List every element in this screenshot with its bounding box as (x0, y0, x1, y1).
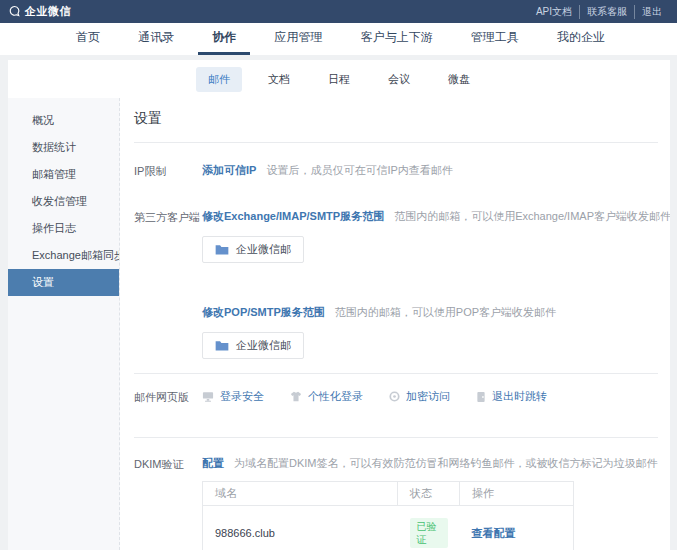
nav-my-company[interactable]: 我的企业 (543, 23, 619, 55)
ip-restriction-section: IP限制 添加可信IP 设置后，成员仅可在可信IP内查看邮件 (134, 163, 658, 179)
subtab-mail[interactable]: 邮件 (196, 67, 242, 92)
scope-tag-label: 企业微信邮 (236, 242, 291, 257)
api-docs-link[interactable]: API文档 (529, 5, 580, 19)
card-body: 概况 数据统计 邮箱管理 收发信管理 操作日志 Exchange邮箱同步 设置 … (8, 98, 670, 550)
logo: 企业微信 (8, 4, 71, 19)
edit-pop-smtp-link[interactable]: 修改POP/SMTP服务范围 (202, 305, 325, 320)
sidebar-item-operation-log[interactable]: 操作日志 (8, 215, 119, 242)
ip-restriction-desc: 设置后，成员仅可在可信IP内查看邮件 (266, 163, 452, 178)
contact-support-link[interactable]: 联系客服 (580, 5, 635, 19)
column-header-status: 状态 (398, 482, 460, 506)
pop-smtp-block: 修改POP/SMTP服务范围 范围内的邮箱，可以使用POP客户端收发邮件 企业微… (202, 305, 658, 359)
topbar-links: API文档 联系客服 退出 (529, 5, 669, 19)
tshirt-icon (290, 391, 302, 402)
topbar: 企业微信 API文档 联系客服 退出 (0, 0, 677, 23)
edit-exchange-imap-smtp-link[interactable]: 修改Exchange/IMAP/SMTP服务范围 (202, 209, 384, 224)
dkim-section: DKIM验证 配置 为域名配置DKIM签名，可以有效防范仿冒和网络钓鱼邮件，或被… (134, 437, 658, 550)
content-card: 邮件 文档 日程 会议 微盘 概况 数据统计 邮箱管理 收发信管理 操作日志 E… (8, 60, 670, 550)
scope-tag-pop[interactable]: 企业微信邮 (202, 332, 304, 359)
nav-collaboration[interactable]: 协作 (198, 23, 250, 55)
section-label: 第三方客户端 (134, 209, 202, 359)
dkim-domain-table: 域名 状态 操作 988666.club 已验证 查看配置 (202, 481, 574, 550)
login-security-link[interactable]: 登录安全 (202, 389, 264, 404)
exchange-imap-smtp-block: 修改Exchange/IMAP/SMTP服务范围 范围内的邮箱，可以使用Exch… (202, 209, 658, 263)
subtab-calendar[interactable]: 日程 (316, 67, 362, 92)
logout-redirect-link[interactable]: 退出时跳转 (476, 389, 547, 404)
nav-admin-tools[interactable]: 管理工具 (457, 23, 533, 55)
app-title: 企业微信 (25, 4, 71, 19)
sidebar: 概况 数据统计 邮箱管理 收发信管理 操作日志 Exchange邮箱同步 设置 (8, 98, 120, 550)
monitor-icon (202, 391, 214, 402)
sidebar-item-exchange-sync[interactable]: Exchange邮箱同步 (8, 242, 119, 269)
section-label: IP限制 (134, 163, 202, 179)
nav-home[interactable]: 首页 (62, 23, 114, 55)
section-label: 邮件网页版 (134, 389, 202, 405)
pop-smtp-desc: 范围内的邮箱，可以使用POP客户端收发邮件 (335, 305, 556, 320)
dkim-config-link[interactable]: 配置 (202, 456, 224, 471)
divider (134, 142, 658, 143)
personalized-login-link[interactable]: 个性化登录 (290, 389, 363, 404)
sidebar-item-overview[interactable]: 概况 (8, 107, 119, 134)
exchange-imap-smtp-desc: 范围内的邮箱，可以使用Exchange/IMAP客户端收发邮件 (394, 209, 670, 224)
logout-link[interactable]: 退出 (635, 5, 669, 19)
status-badge: 已验证 (410, 518, 448, 548)
door-icon (476, 391, 486, 403)
sidebar-item-statistics[interactable]: 数据统计 (8, 134, 119, 161)
subtab-drive[interactable]: 微盘 (436, 67, 482, 92)
encrypted-access-link[interactable]: 加密访问 (389, 389, 450, 404)
sidebar-item-settings[interactable]: 设置 (8, 269, 119, 296)
page-title: 设置 (134, 110, 658, 128)
sub-nav: 邮件 文档 日程 会议 微盘 (8, 60, 670, 92)
domain-cell: 988666.club (203, 506, 398, 550)
section-label: DKIM验证 (134, 456, 202, 550)
webmail-section: 邮件网页版 登录安全 (134, 373, 658, 419)
nav-contacts[interactable]: 通讯录 (124, 23, 188, 55)
folder-icon (215, 244, 229, 255)
sidebar-item-send-receive[interactable]: 收发信管理 (8, 188, 119, 215)
chat-bubble-icon (8, 5, 21, 18)
scope-tag-exchange[interactable]: 企业微信邮 (202, 236, 304, 263)
add-trusted-ip-link[interactable]: 添加可信IP (202, 163, 256, 178)
view-config-link[interactable]: 查看配置 (472, 527, 516, 539)
third-party-client-section: 第三方客户端 修改Exchange/IMAP/SMTP服务范围 范围内的邮箱，可… (134, 209, 658, 359)
sidebar-item-mailbox-management[interactable]: 邮箱管理 (8, 161, 119, 188)
table-row: 988666.club 已验证 查看配置 (203, 506, 574, 550)
column-header-domain: 域名 (203, 482, 398, 506)
table-header-row: 域名 状态 操作 (203, 482, 574, 506)
nav-apps[interactable]: 应用管理 (260, 23, 336, 55)
nav-customers[interactable]: 客户与上下游 (347, 23, 447, 55)
dkim-desc: 为域名配置DKIM签名，可以有效防范仿冒和网络钓鱼邮件，或被收信方标记为垃圾邮件 (234, 456, 658, 471)
column-header-action: 操作 (460, 482, 574, 506)
subtab-meeting[interactable]: 会议 (376, 67, 422, 92)
page: 企业微信 API文档 联系客服 退出 首页 通讯录 协作 应用管理 客户与上下游… (0, 0, 677, 550)
ring-icon (389, 391, 400, 402)
scope-tag-label: 企业微信邮 (236, 338, 291, 353)
settings-panel: 设置 IP限制 添加可信IP 设置后，成员仅可在可信IP内查看邮件 第三方客户端 (120, 98, 670, 550)
subtab-docs[interactable]: 文档 (256, 67, 302, 92)
main-nav: 首页 通讯录 协作 应用管理 客户与上下游 管理工具 我的企业 (0, 23, 677, 55)
folder-icon (215, 340, 229, 351)
